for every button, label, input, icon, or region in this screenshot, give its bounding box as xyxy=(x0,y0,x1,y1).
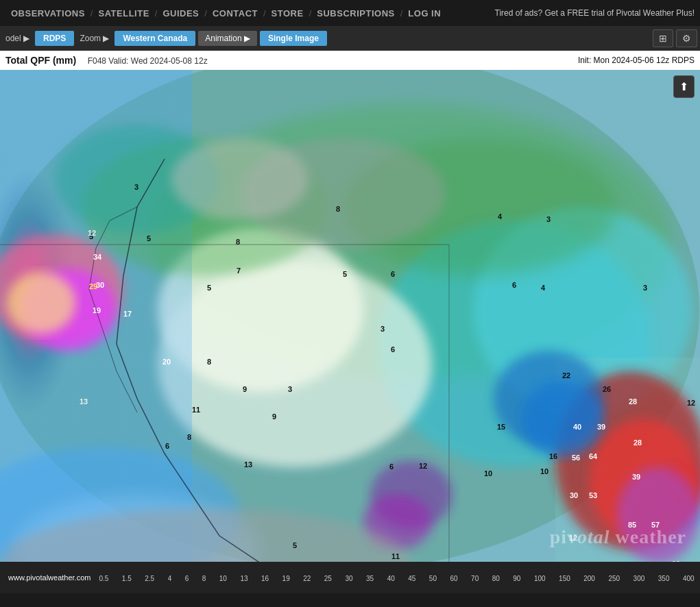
scale-label: 8 xyxy=(202,575,206,582)
model-button[interactable]: RDPS xyxy=(35,31,74,46)
map-number: 28 xyxy=(629,397,637,406)
map-number: 5 xyxy=(293,541,297,549)
settings-icon-button[interactable]: ⚙ xyxy=(676,29,697,47)
map-number: 6 xyxy=(389,462,394,471)
map-init-label: Init: Mon 2024-05-06 12z RDPS xyxy=(578,55,695,65)
single-image-button[interactable]: Single Image xyxy=(260,31,327,46)
grid-icon: ⊞ xyxy=(659,33,667,44)
scale-bar: www.pivotalweather.com 0.51.52.546810131… xyxy=(0,562,700,593)
map-number: 5 xyxy=(207,284,211,292)
map-number: 12 xyxy=(88,229,96,237)
map-number: 16 xyxy=(549,452,557,460)
map-number: 39 xyxy=(632,473,640,481)
scale-label: 70 xyxy=(471,575,479,582)
map-title: Total QPF (mm) xyxy=(5,55,76,66)
nav-bar: OBSERVATIONS / SATELLITE / GUIDES / CONT… xyxy=(0,0,700,26)
scale-label: 350 xyxy=(658,575,670,582)
svg-point-21 xyxy=(171,138,309,221)
scale-label: 19 xyxy=(282,575,290,582)
svg-point-16 xyxy=(521,382,603,457)
scale-label: 1.5 xyxy=(122,575,132,582)
map-number: 56 xyxy=(572,454,580,462)
map-number: 15 xyxy=(497,423,505,431)
map-number: 6 xyxy=(165,442,169,450)
map-number: 3 xyxy=(134,183,138,191)
nav-satellite[interactable]: SATELLITE xyxy=(93,8,154,18)
nav-guides[interactable]: GUIDES xyxy=(157,8,204,18)
map-number: 64 xyxy=(589,452,598,460)
map-number: 11 xyxy=(391,552,400,560)
map-number: 8 xyxy=(207,358,211,366)
website-label: www.pivotalweather.com xyxy=(3,573,96,582)
scale-label: 150 xyxy=(559,575,570,582)
scale-label: 90 xyxy=(513,575,520,582)
scale-label: 300 xyxy=(633,575,645,582)
grid-icon-button[interactable]: ⊞ xyxy=(653,29,673,47)
toolbar: odel ▶ RDPS Zoom ▶ Western Canada Animat… xyxy=(0,26,700,51)
scale-label: 6 xyxy=(185,575,189,582)
scale-label: 2.5 xyxy=(145,575,154,582)
map-number: 8 xyxy=(336,205,340,213)
nav-observations[interactable]: OBSERVATIONS xyxy=(5,8,90,18)
nav-contact[interactable]: CONTACT xyxy=(207,8,263,18)
map-number: 10 xyxy=(484,469,492,478)
scale-labels: 0.51.52.54681013161922253035404550607080… xyxy=(96,575,697,582)
map-number: 10 xyxy=(540,467,548,475)
scale-label: 80 xyxy=(492,575,500,582)
scale-label: 16 xyxy=(261,575,269,582)
map-number: 4 xyxy=(498,212,503,221)
nav-login[interactable]: LOG IN xyxy=(402,8,446,18)
map-number: 3 xyxy=(381,325,385,333)
map-number: 4 xyxy=(541,284,546,292)
map-number: 3 xyxy=(643,284,647,292)
map-number: 6 xyxy=(391,270,395,278)
map-number: 5 xyxy=(147,234,151,243)
map-number: 13 xyxy=(80,397,88,406)
svg-point-10 xyxy=(7,272,75,334)
map-number: 9 xyxy=(272,412,276,421)
scale-label: 30 xyxy=(345,575,352,582)
scale-label: 250 xyxy=(608,575,620,582)
map-container: 3 8 8 4 3 5 5 12 7 5 6 6 4 3 5 34 30 19 … xyxy=(0,70,700,562)
map-number: 93 xyxy=(672,560,680,562)
share-button[interactable]: ⬆ xyxy=(673,75,695,98)
map-number: 39 xyxy=(597,423,605,431)
scale-label: 50 xyxy=(429,575,437,582)
scale-label: 45 xyxy=(408,575,415,582)
map-number: 20 xyxy=(162,358,171,366)
scale-label: 4 xyxy=(168,575,172,582)
scale-label: 10 xyxy=(219,575,227,582)
animation-button[interactable]: Animation ▶ xyxy=(198,31,257,46)
nav-store[interactable]: STORE xyxy=(266,8,309,18)
scale-label: 13 xyxy=(240,575,248,582)
map-number: 26 xyxy=(603,385,611,393)
scale-label: 40 xyxy=(387,575,395,582)
map-number: 6 xyxy=(391,345,395,354)
zoom-button[interactable]: Western Canada xyxy=(114,31,195,46)
map-number: 34 xyxy=(93,253,102,261)
map-number: 85 xyxy=(628,521,636,529)
model-label: odel ▶ xyxy=(3,34,32,43)
map-number: 12 xyxy=(419,462,427,470)
map-number: 12 xyxy=(687,399,695,407)
nav-ad-text: Tired of ads? Get a FREE trial of Pivota… xyxy=(495,8,695,18)
map-number: 28 xyxy=(633,438,642,447)
map-number: 11 xyxy=(192,406,200,414)
scale-label: 25 xyxy=(324,575,332,582)
settings-icon: ⚙ xyxy=(682,33,691,44)
map-number: 7 xyxy=(237,267,241,275)
map-info-bar: Total QPF (mm) F048 Valid: Wed 2024-05-0… xyxy=(0,51,700,70)
nav-subscriptions[interactable]: SUBSCRIPTIONS xyxy=(311,8,400,18)
map-number: 29 xyxy=(89,282,97,290)
zoom-label: Zoom ▶ xyxy=(77,34,112,43)
map-valid-label: F048 Valid: Wed 2024-05-08 12z xyxy=(88,56,208,66)
map-number: 8 xyxy=(236,238,240,246)
map-number: 57 xyxy=(651,521,660,529)
map-svg: 3 8 8 4 3 5 5 12 7 5 6 6 4 3 5 34 30 19 … xyxy=(0,70,700,562)
map-number: 8 xyxy=(187,433,191,441)
scale-label: 100 xyxy=(534,575,546,582)
svg-point-14 xyxy=(617,467,699,562)
map-number: 22 xyxy=(562,371,570,380)
map-number: 3 xyxy=(546,215,551,223)
map-number: 53 xyxy=(589,491,597,499)
